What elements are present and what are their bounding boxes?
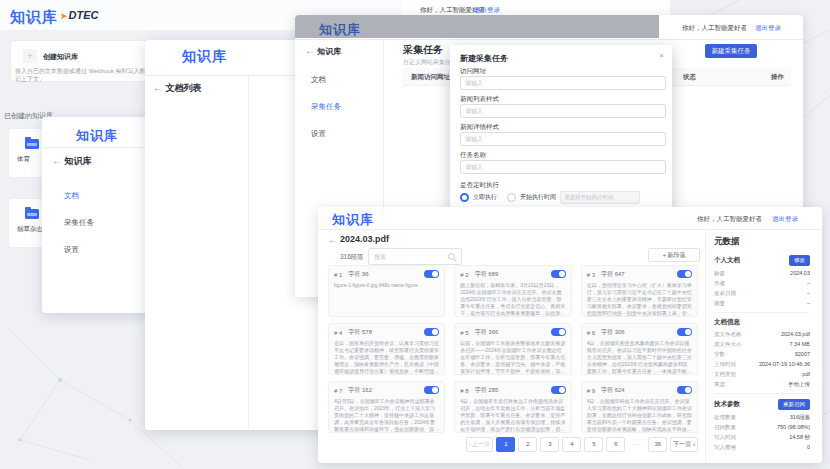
- paragraph-card[interactable]: # 8字符 285 4日，全国烟草专卖行政执法工作电视电话会议召开，总结去年专卖…: [454, 381, 571, 433]
- char-count: 字符 366: [475, 328, 499, 337]
- sidebar-item-documents[interactable]: 文档: [64, 191, 79, 201]
- char-count: 字符 162: [348, 386, 372, 395]
- section-title: 个人文档: [714, 256, 740, 265]
- paragraph-toggle[interactable]: [677, 386, 692, 394]
- radio-run-later-label: 开始执行时间: [520, 193, 556, 202]
- sidebar-item-tasks[interactable]: 采集任务: [64, 218, 94, 228]
- paragraph-card[interactable]: # 3字符 647 近日，党组理论学习中心组（扩大）集体学习举行，深入学习贯彻习…: [581, 265, 698, 317]
- char-count: 字符 689: [475, 270, 499, 279]
- paragraph-text: 近日，国家局召开党组会议，认真学习贯彻习近平总书记重要讲话精神，研究部署行业贯彻…: [334, 340, 439, 375]
- url-input[interactable]: [460, 76, 666, 90]
- divider: [42, 147, 152, 148]
- paragraph-card[interactable]: # 2字符 689 踏上新征程，奋楫再出发。3月22日至23日，2024年全国烟…: [454, 265, 571, 317]
- paragraph-index: # 2: [460, 272, 468, 278]
- paragraph-card[interactable]: # 9字符 624 4日，全国烟草科技工作会议在京召开。会议深入学习贯彻党的二十…: [581, 381, 698, 433]
- next-page-button[interactable]: 下一页 ›: [670, 437, 698, 452]
- logout-link[interactable]: 退出登录: [474, 6, 500, 15]
- app-logo: 知识库: [182, 48, 227, 66]
- paragraph-toggle[interactable]: [424, 386, 439, 394]
- prev-page-button[interactable]: ‹ 上一页: [466, 437, 494, 452]
- paragraph-index: # 8: [460, 388, 468, 394]
- paragraph-index: # 5: [460, 330, 468, 336]
- paragraph-index: # 6: [587, 330, 595, 336]
- page-button-2[interactable]: 2: [518, 437, 537, 452]
- char-count: 字符 624: [601, 386, 625, 395]
- page-button-3[interactable]: 3: [540, 437, 559, 452]
- app-logo: 知识库: [10, 8, 58, 27]
- document-title: 2024.03.pdf: [340, 234, 389, 244]
- create-kb-title: 创建知识库: [43, 52, 78, 62]
- paragraph-card[interactable]: # 5字符 366 日前，全国烟叶工作座谈会暨基地单元建设推进会召开——2024…: [454, 323, 571, 375]
- back-arrow-icon[interactable]: ←: [328, 234, 338, 245]
- pagination: ‹ 上一页 1 2 3 4 5 6 ··· 36 下一页 ›: [328, 437, 698, 452]
- sidebar-item-settings[interactable]: 设置: [311, 129, 326, 139]
- list-style-input[interactable]: [460, 104, 666, 118]
- paragraph-toggle[interactable]: [551, 270, 566, 278]
- paragraph-toggle[interactable]: [424, 270, 439, 278]
- paragraph-toggle[interactable]: [424, 328, 439, 336]
- char-count: 字符 96: [348, 270, 368, 279]
- radio-run-later[interactable]: [507, 193, 516, 202]
- logout-link[interactable]: 退出登录: [755, 24, 781, 33]
- column-actions: 操作: [771, 73, 784, 82]
- paragraph-card[interactable]: # 1字符 96 figure-1-figure-0.jpg 848x name…: [328, 265, 445, 317]
- search-box: [368, 248, 462, 265]
- paragraph-toggle[interactable]: [677, 270, 692, 278]
- start-time-picker[interactable]: 请选择开始执行时间: [560, 191, 640, 204]
- paragraph-toggle[interactable]: [551, 386, 566, 394]
- page-button-5[interactable]: 5: [584, 437, 603, 452]
- char-count: 字符 647: [601, 270, 625, 279]
- sidebar-item-settings[interactable]: 设置: [64, 245, 79, 255]
- metadata-title: 元数据: [714, 236, 810, 248]
- page-ellipsis[interactable]: ···: [628, 438, 645, 451]
- window-knowledge-base: 知识库 ← 知识库 文档 采集任务 设置: [42, 117, 152, 313]
- back-link-kb[interactable]: ← 知识库: [305, 45, 341, 57]
- page-button-36[interactable]: 36: [648, 437, 667, 452]
- metadata-section-tech: 技术参数 重新召回 处理数量316段落 召回数量750 (98.08%) 写入时…: [714, 393, 810, 451]
- paragraph-text: 4日，全国烟草系统党风廉政建设工作会议以视频形式召开。会议以习近平新时代中国特色…: [587, 340, 692, 375]
- paragraph-text: 日前，全国烟叶工作座谈会暨基地单元建设推进会召开——2024年全国烟叶工作会议全…: [460, 340, 565, 375]
- user-greeting: 你好，人工智能爱好者: [697, 215, 762, 224]
- page-button-1[interactable]: 1: [496, 437, 515, 452]
- radio-run-now[interactable]: [460, 193, 469, 202]
- window-document: 知识库 你好，人工智能爱好者 退出登录 ← 2024.03.pdf 316段落 …: [318, 207, 822, 463]
- folder-icon: [25, 139, 39, 149]
- detail-style-input[interactable]: [460, 132, 666, 146]
- recall-button[interactable]: 重新召回: [778, 399, 810, 410]
- paragraph-card[interactable]: # 7字符 162 4日至5日，全国烟草工作会议精神传达部署会召开。会议指出，2…: [328, 381, 445, 433]
- desktop: 知识库 ➤DTEC ····················· + 创建知识库 …: [0, 0, 830, 469]
- paragraph-text: 4日至5日，全国烟草工作会议精神传达部署会召开。会议指出，2023年，行业上下深…: [334, 398, 439, 433]
- back-link-kb[interactable]: ← 知识库: [52, 155, 92, 168]
- field-label-url: 访问网址: [460, 67, 486, 76]
- paragraph-index: # 3: [587, 272, 595, 278]
- page-button-4[interactable]: 4: [562, 437, 581, 452]
- back-link-doc-list[interactable]: ← 文档列表: [153, 82, 202, 95]
- sidebar-item-tasks[interactable]: 采集任务: [311, 102, 341, 112]
- paragraph-index: # 9: [587, 388, 595, 394]
- close-icon[interactable]: ×: [659, 51, 664, 60]
- back-arrow-icon: ←: [305, 45, 315, 56]
- logout-link[interactable]: 退出登录: [772, 215, 798, 224]
- page-button-6[interactable]: 6: [606, 437, 625, 452]
- paragraph-toggle[interactable]: [677, 328, 692, 336]
- new-task-button[interactable]: 新建采集任务: [705, 44, 757, 58]
- sidebar-divider: [248, 76, 249, 430]
- paragraph-count: 316段落: [340, 253, 364, 262]
- field-label-detail-style: 新闻详情样式: [460, 123, 499, 132]
- section-title: 技术参数: [714, 400, 740, 409]
- paragraph-text: 踏上新征程，奋楫再出发。3月22日至23日，2024年全国烟草工作会议在京召开。…: [460, 282, 565, 317]
- edit-button[interactable]: 修改: [789, 255, 810, 266]
- section-title: 文档信息: [714, 318, 740, 327]
- sidebar-item-documents[interactable]: 文档: [311, 75, 326, 85]
- paragraph-card[interactable]: # 4字符 578 近日，国家局召开党组会议，认真学习贯彻习近平总书记重要讲话精…: [328, 323, 445, 375]
- paragraph-text: figure-1-figure-0.jpg 848x name:figure: [334, 282, 439, 289]
- paragraph-toggle[interactable]: [551, 328, 566, 336]
- radio-run-now-label: 立即执行: [473, 193, 497, 202]
- paragraph-card[interactable]: # 6字符 306 4日，全国烟草系统党风廉政建设工作会议以视频形式召开。会议以…: [581, 323, 698, 375]
- new-paragraph-button[interactable]: + 新段落: [648, 248, 700, 262]
- char-count: 字符 306: [601, 328, 625, 337]
- user-greeting: 你好，人工智能爱好者: [682, 24, 747, 33]
- paragraph-index: # 4: [334, 330, 342, 336]
- paragraph-index: # 7: [334, 388, 342, 394]
- task-name-input[interactable]: [460, 160, 666, 174]
